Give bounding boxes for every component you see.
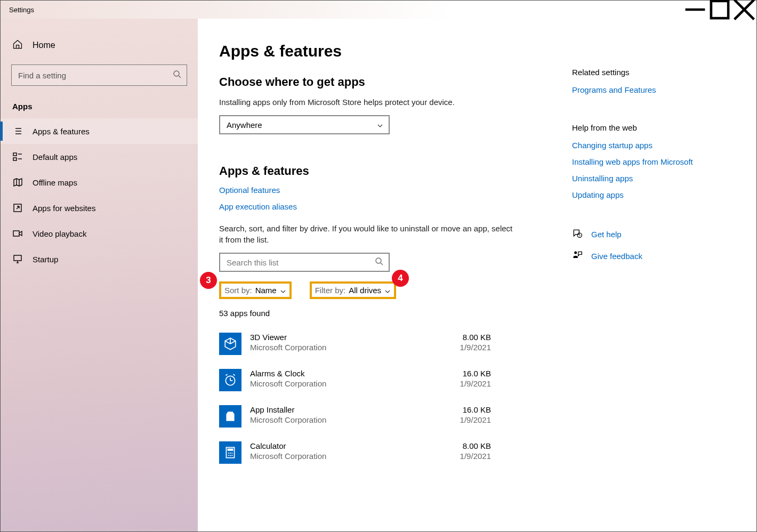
nav-label: Video playback bbox=[33, 229, 86, 238]
filter-label: Filter by: bbox=[315, 286, 346, 295]
chevron-down-icon bbox=[384, 287, 391, 294]
help-link[interactable]: Installing web apps from Microsoft bbox=[572, 157, 735, 166]
programs-and-features-link[interactable]: Programs and Features bbox=[572, 85, 735, 94]
get-help-label: Get help bbox=[591, 230, 622, 239]
window-title: Settings bbox=[1, 6, 34, 14]
nav-label: Apps for websites bbox=[33, 204, 95, 213]
app-size: 16.0 KB bbox=[460, 369, 491, 378]
help-link[interactable]: Updating apps bbox=[572, 190, 735, 199]
app-row[interactable]: CalculatorMicrosoft Corporation 8.00 KB1… bbox=[219, 437, 491, 473]
app-name: App Installer bbox=[250, 405, 460, 414]
optional-features-link[interactable]: Optional features bbox=[219, 186, 554, 195]
sidebar-section-label: Apps bbox=[1, 99, 198, 118]
nav-label: Default apps bbox=[33, 152, 77, 162]
svg-point-34 bbox=[231, 453, 232, 454]
nav-apps-and-features[interactable]: Apps & features bbox=[1, 118, 198, 144]
svg-rect-12 bbox=[13, 153, 17, 156]
search-icon bbox=[173, 70, 181, 80]
help-link[interactable]: Changing startup apps bbox=[572, 141, 735, 150]
help-link[interactable]: Uninstalling apps bbox=[572, 174, 735, 183]
sidebar-search[interactable] bbox=[11, 65, 187, 86]
app-list-search-input[interactable] bbox=[227, 258, 375, 267]
open-icon bbox=[12, 203, 23, 213]
svg-point-37 bbox=[231, 455, 232, 456]
app-publisher: Microsoft Corporation bbox=[250, 343, 460, 352]
filter-by-dropdown[interactable]: Filter by: All drives bbox=[310, 281, 396, 299]
list-icon bbox=[12, 126, 23, 136]
sort-filter-row: 3 Sort by: Name 4 Filter by: All drives bbox=[219, 281, 554, 299]
app-row[interactable]: Alarms & ClockMicrosoft Corporation 16.0… bbox=[219, 365, 491, 401]
svg-rect-31 bbox=[228, 448, 233, 450]
annotation-badge-4: 4 bbox=[392, 270, 409, 287]
chevron-down-icon bbox=[280, 287, 286, 294]
svg-point-33 bbox=[230, 453, 231, 454]
get-help-link[interactable]: ? Get help bbox=[572, 228, 735, 240]
svg-rect-13 bbox=[13, 158, 17, 160]
close-button[interactable] bbox=[732, 1, 756, 19]
nav-startup[interactable]: Startup bbox=[1, 246, 198, 272]
svg-rect-19 bbox=[13, 231, 19, 236]
app-size: 8.00 KB bbox=[460, 333, 491, 342]
sidebar: Home Apps Apps & features Default apps O… bbox=[1, 19, 198, 531]
sort-by-dropdown[interactable]: Sort by: Name bbox=[219, 281, 292, 299]
app-name: Alarms & Clock bbox=[250, 369, 460, 378]
nav-label: Startup bbox=[33, 255, 58, 264]
defaults-icon bbox=[12, 151, 23, 162]
app-count: 53 apps found bbox=[219, 309, 554, 318]
svg-point-35 bbox=[228, 455, 229, 456]
page-title: Apps & features bbox=[219, 42, 554, 60]
video-icon bbox=[12, 228, 23, 239]
app-date: 1/9/2021 bbox=[460, 343, 491, 352]
choose-heading: Choose where to get apps bbox=[219, 75, 554, 89]
sidebar-search-input[interactable] bbox=[18, 71, 173, 80]
feedback-icon bbox=[572, 250, 583, 262]
related-settings-heading: Related settings bbox=[572, 68, 735, 77]
right-column: Related settings Programs and Features H… bbox=[565, 19, 756, 531]
maximize-button[interactable] bbox=[707, 1, 732, 19]
nav-label: Apps & features bbox=[33, 127, 90, 136]
app-name: Calculator bbox=[250, 441, 460, 450]
app-execution-aliases-link[interactable]: App execution aliases bbox=[219, 202, 554, 211]
home-nav[interactable]: Home bbox=[1, 35, 198, 61]
svg-point-4 bbox=[174, 71, 179, 76]
app-row[interactable]: 3D ViewerMicrosoft Corporation 8.00 KB1/… bbox=[219, 328, 491, 365]
settings-window: Settings Home Apps Apps & features Defau… bbox=[0, 0, 757, 532]
map-icon bbox=[12, 177, 23, 188]
svg-rect-20 bbox=[14, 255, 21, 261]
app-icon-alarms bbox=[219, 369, 241, 391]
app-name: 3D Viewer bbox=[250, 333, 460, 342]
app-list-search[interactable] bbox=[219, 253, 390, 272]
search-icon bbox=[375, 257, 383, 268]
titlebar: Settings bbox=[1, 1, 756, 19]
choose-desc: Installing apps only from Microsoft Stor… bbox=[219, 96, 518, 108]
give-feedback-link[interactable]: Give feedback bbox=[572, 250, 735, 262]
svg-point-36 bbox=[230, 455, 231, 456]
app-date: 1/9/2021 bbox=[460, 379, 491, 388]
startup-icon bbox=[12, 254, 23, 264]
home-icon bbox=[12, 39, 23, 52]
app-date: 1/9/2021 bbox=[460, 415, 491, 424]
app-row[interactable]: App InstallerMicrosoft Corporation 16.0 … bbox=[219, 401, 491, 437]
filter-desc: Search, sort, and filter by drive. If yo… bbox=[219, 223, 518, 245]
dropdown-value: Anywhere bbox=[227, 120, 262, 130]
svg-line-5 bbox=[179, 76, 181, 78]
nav-apps-for-websites[interactable]: Apps for websites bbox=[1, 195, 198, 221]
app-size: 8.00 KB bbox=[460, 441, 491, 450]
give-feedback-label: Give feedback bbox=[591, 252, 642, 261]
apps-subheading: Apps & features bbox=[219, 164, 554, 178]
app-icon-3dviewer bbox=[219, 333, 241, 355]
main-area: Apps & features Choose where to get apps… bbox=[198, 19, 756, 531]
svg-line-24 bbox=[381, 263, 383, 265]
nav-offline-maps[interactable]: Offline maps bbox=[1, 170, 198, 195]
sort-label: Sort by: bbox=[224, 286, 252, 295]
svg-point-32 bbox=[228, 453, 229, 454]
app-source-dropdown[interactable]: Anywhere bbox=[219, 115, 390, 134]
minimize-button[interactable] bbox=[683, 1, 707, 19]
app-publisher: Microsoft Corporation bbox=[250, 415, 460, 424]
help-icon: ? bbox=[572, 228, 583, 240]
annotation-badge-3: 3 bbox=[200, 272, 217, 289]
svg-point-40 bbox=[574, 252, 577, 254]
svg-line-29 bbox=[233, 374, 235, 375]
nav-video-playback[interactable]: Video playback bbox=[1, 221, 198, 246]
nav-default-apps[interactable]: Default apps bbox=[1, 144, 198, 170]
